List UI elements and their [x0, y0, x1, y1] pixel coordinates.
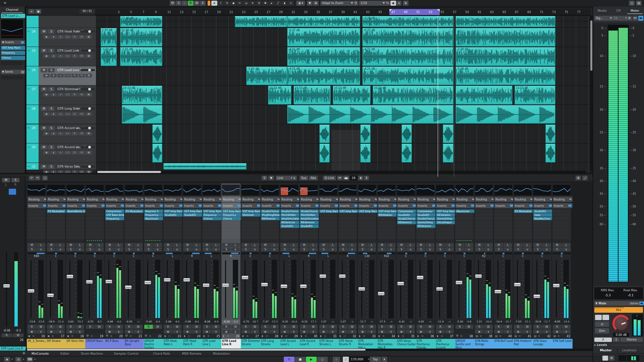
audio-clip[interactable]	[152, 144, 162, 163]
range-select-tool[interactable]: I	[218, 1, 224, 6]
read-automation-button[interactable]: R	[514, 325, 523, 329]
insert-slot-empty[interactable]	[514, 232, 532, 235]
insert-slot[interactable]: StudioChorus	[300, 209, 320, 213]
insert-slot-empty[interactable]	[358, 213, 376, 217]
write-automation-button[interactable]: W	[95, 325, 104, 329]
meter-peak-value[interactable]: -26.6	[484, 320, 493, 324]
insert-slot[interactable]: VST Amp Rack	[436, 209, 456, 213]
channel-solo-button[interactable]: S	[222, 247, 231, 251]
channel-mute-button[interactable]: M	[300, 243, 309, 247]
meter-peak-value[interactable]: -∞	[445, 320, 454, 324]
channel-strip-41[interactable]: Routing⇆InsertsFX ModulatorMLSeC-7.63-22…	[513, 183, 533, 348]
downmix-a-button[interactable]: A	[594, 338, 612, 342]
channel-edit-button[interactable]: e	[367, 247, 376, 251]
insert-slot-empty[interactable]	[339, 228, 357, 232]
track-s-button[interactable]: S	[48, 87, 55, 92]
channel-edit-button[interactable]: e	[56, 247, 65, 251]
channel-solo-button[interactable]: S	[455, 247, 464, 251]
snap-icon[interactable]: ✱	[307, 1, 313, 6]
track-volume-slider[interactable]	[80, 166, 95, 168]
iterative-quantize-icon[interactable]: ◆	[390, 1, 396, 6]
insert-slot-empty[interactable]	[47, 221, 65, 224]
fader-cap[interactable]	[86, 280, 93, 284]
insert-slot-empty[interactable]	[397, 225, 415, 228]
edit-quantize-icon[interactable]: e	[396, 1, 401, 6]
record-enable-button[interactable]: ●	[203, 329, 211, 334]
meter-peak-value[interactable]: -19.7	[503, 320, 512, 324]
audio-clip[interactable]: -4.21 dB	[362, 67, 453, 85]
channel-name-label[interactable]: GTR Accent Lead R	[299, 339, 320, 350]
channel-name-label[interactable]: GTR Modulation Hits L	[358, 339, 378, 350]
slider-handle[interactable]	[88, 49, 91, 52]
track-sub-0[interactable]: ●	[43, 151, 50, 155]
channel-edit-button[interactable]: e	[173, 247, 181, 251]
inspector-tab-channel[interactable]: Channel	[1, 8, 23, 13]
channel-strip-42[interactable]: Routing⇆InsertsStudioEQGateModMachineMLS…	[533, 183, 552, 348]
insert-slot[interactable]: Shimmer	[241, 213, 261, 217]
timeline-ruler[interactable]: 3579111315171921232527293133353739414345…	[95, 9, 591, 15]
undo-icon[interactable]: ↶	[29, 176, 34, 180]
channel-listen-button[interactable]: L	[562, 243, 571, 247]
insert-slot[interactable]: Frequency	[105, 217, 125, 220]
line-tool[interactable]: ╱	[275, 1, 281, 6]
channel-edit-button[interactable]: e	[134, 247, 143, 251]
ministrip-fader-cap[interactable]	[3, 284, 10, 288]
insert-slot-empty[interactable]	[417, 236, 434, 239]
inserts-rack-header[interactable]: Inserts	[553, 203, 573, 208]
insert-slot-empty[interactable]	[397, 232, 415, 235]
channel-strip-18[interactable]: Routing⇆InsertsRoomWorks SEMLSeC0.60-74.…	[66, 183, 85, 348]
automation-w-button[interactable]: W	[194, 1, 200, 6]
track-row-27[interactable]: ∿27MSGTR Shimmer Strums●◖e⊂⊃RW▦◢	[26, 85, 96, 105]
track-s-button[interactable]: S	[48, 68, 55, 72]
channel-strip-26[interactable]: Routing⇆InsertsVST Amp RackFrequencyChor…	[221, 183, 241, 348]
insert-slot[interactable]: PitchShifter	[300, 213, 320, 217]
insert-slot[interactable]: Frequency	[144, 213, 164, 217]
write-automation-button[interactable]: W	[426, 325, 434, 329]
record-enable-button[interactable]: ●	[125, 329, 133, 334]
fader-db-value[interactable]: -11.7	[358, 320, 367, 324]
stop-button[interactable]: ■	[295, 357, 306, 362]
fader-cap[interactable]	[417, 276, 423, 279]
track-row-partial[interactable]	[26, 16, 96, 27]
insert-slot-empty[interactable]	[533, 232, 551, 235]
monitor-button[interactable]: ◖	[387, 329, 395, 334]
monitor-button[interactable]: ◖	[231, 329, 240, 334]
read-automation-button[interactable]: R	[436, 325, 445, 329]
record-enable-button[interactable]: ●	[397, 329, 406, 334]
insert-slot-empty[interactable]	[125, 236, 143, 239]
tab-cr[interactable]: CR	[611, 8, 626, 13]
insert-slot-empty[interactable]	[553, 217, 571, 220]
track-sub-0[interactable]: ●	[43, 93, 50, 97]
monitor-button[interactable]: ◖	[503, 329, 512, 334]
monitor-button[interactable]: ◖	[56, 329, 65, 334]
insert-slot-empty[interactable]	[378, 217, 395, 220]
channel-edit-button[interactable]: e	[465, 247, 473, 251]
routing-rack-header[interactable]: Routing⇆	[105, 197, 125, 202]
track-sub-6[interactable]: ▦	[86, 112, 92, 116]
tab-media[interactable]: Media	[594, 8, 610, 13]
fader-zone[interactable]	[358, 259, 377, 319]
channel-strip-25[interactable]: Routing⇆InsertsVST Amp RackFrequencyChor…	[202, 183, 221, 348]
insert-slot-empty[interactable]	[28, 217, 45, 220]
insert-slot-empty[interactable]	[475, 213, 493, 217]
mute-tool[interactable]: ✕	[250, 1, 256, 6]
ministrip-w-button[interactable]: W	[13, 334, 23, 337]
fader-cap[interactable]	[553, 284, 559, 287]
channel-strip-22[interactable]: Routing⇆InsertsMagneto IIFrequencyMaximi…	[144, 183, 163, 348]
insert-slot-empty[interactable]	[319, 228, 337, 232]
pan-slider[interactable]	[47, 252, 65, 254]
track-row-31[interactable]: ∿31MSGTR Verse Strums L●◖e⊂⊃RW▦◢	[26, 163, 96, 170]
abs-button[interactable]: Abs	[309, 176, 318, 180]
fader-cap[interactable]	[67, 275, 73, 278]
meter-peak-value[interactable]: -8.5	[95, 320, 104, 324]
object-select-tool[interactable]: ➤	[211, 1, 217, 6]
fader-cap[interactable]	[359, 287, 365, 291]
channel-strip-28[interactable]: Routing⇆InsertsStudioChorusPingPongDelay…	[260, 183, 280, 348]
levels-section-header[interactable]: ▸ Levels	[594, 343, 643, 347]
fader-zone[interactable]	[260, 259, 279, 319]
channel-find-icon[interactable]: ⚲	[262, 176, 267, 180]
channel-strip-23[interactable]: Routing⇆InsertsVST Amp RackStudioEQMLSeL…	[163, 183, 182, 348]
insert-slot-empty[interactable]	[339, 236, 357, 239]
meter-peak-value[interactable]: -8.6	[173, 320, 181, 324]
automation-r-button[interactable]: R	[188, 1, 194, 6]
